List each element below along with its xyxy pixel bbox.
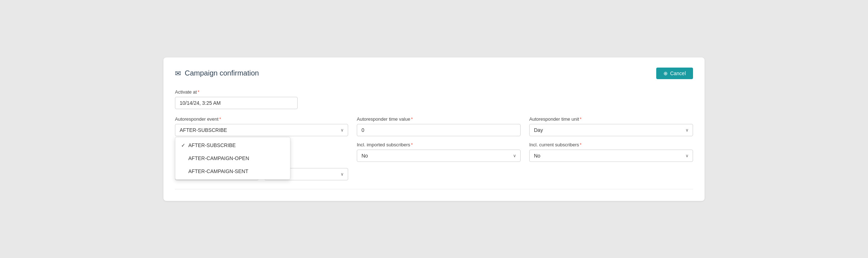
incl-current-select-wrapper: No Yes ∨ [529, 150, 693, 162]
dropdown-item-label-after-subscribe: AFTER-SUBSCRIBE [188, 142, 236, 148]
autoresponder-event-select-wrapper: AFTER-SUBSCRIBE AFTER-CAMPAIGN-OPEN AFTE… [175, 124, 348, 136]
incl-current-label: Incl. current subscribers* [529, 142, 693, 147]
incl-current-select[interactable]: No Yes [529, 150, 693, 162]
autoresponder-time-value-group: Autoresponder time value* [357, 116, 521, 136]
incl-current-group: Incl. current subscribers* No Yes ∨ [529, 142, 693, 162]
right-section: Autoresponder time unit* Day Hour Minute… [529, 116, 693, 162]
activate-at-row: Activate at* [175, 89, 693, 109]
activate-at-group: Activate at* [175, 89, 298, 109]
left-section: Autoresponder event* AFTER-SUBSCRIBE AFT… [175, 116, 348, 180]
envelope-icon: ✉ [175, 69, 181, 78]
autoresponder-time-unit-group: Autoresponder time unit* Day Hour Minute… [529, 116, 693, 136]
autoresponder-event-label: Autoresponder event* [175, 116, 348, 122]
check-icon: ✓ [181, 142, 185, 148]
divider [175, 189, 693, 189]
autoresponder-time-value-label: Autoresponder time value* [357, 116, 521, 122]
required-star-event: * [219, 116, 221, 122]
incl-imported-group: Incl. imported subscribers* No Yes ∨ [357, 142, 521, 162]
form-section: Activate at* Autoresponder event* AFTER-… [175, 89, 693, 180]
autoresponder-time-value-input[interactable] [357, 124, 521, 136]
autoresponder-time-unit-label: Autoresponder time unit* [529, 116, 693, 122]
dropdown-item-label-after-campaign-sent: AFTER-CAMPAIGN-SENT [188, 168, 248, 174]
incl-imported-select-wrapper: No Yes ∨ [357, 150, 521, 162]
dropdown-item-after-campaign-sent[interactable]: AFTER-CAMPAIGN-SENT [175, 165, 290, 178]
autoresponder-event-group: Autoresponder event* AFTER-SUBSCRIBE AFT… [175, 116, 348, 136]
no-check-icon-2 [181, 168, 185, 174]
card-header: ✉ Campaign confirmation ⊕ Cancel [175, 68, 693, 79]
page-title: ✉ Campaign confirmation [175, 69, 259, 78]
page-title-text: Campaign confirmation [185, 69, 259, 77]
time-unit-select-wrapper: Day Hour Minute Week ∨ [529, 124, 693, 136]
dropdown-item-after-subscribe[interactable]: ✓ AFTER-SUBSCRIBE [175, 139, 290, 152]
incl-imported-label: Incl. imported subscribers* [357, 142, 521, 147]
dropdown-item-after-campaign-open[interactable]: AFTER-CAMPAIGN-OPEN [175, 152, 290, 165]
campaign-confirmation-card: ✉ Campaign confirmation ⊕ Cancel Activat… [163, 57, 705, 201]
cancel-circle-icon: ⊕ [663, 70, 668, 76]
time-unit-select[interactable]: Day Hour Minute Week [529, 124, 693, 136]
autoresponder-row: Autoresponder event* AFTER-SUBSCRIBE AFT… [175, 116, 693, 180]
required-star-ii: * [411, 142, 413, 147]
required-star-tu: * [580, 116, 582, 122]
required-star-tv: * [411, 116, 413, 122]
activate-at-label: Activate at* [175, 89, 298, 95]
event-dropdown-overlay: ✓ AFTER-SUBSCRIBE AFTER-CAMPAIGN-OPEN AF… [175, 137, 290, 180]
incl-imported-select[interactable]: No Yes [357, 150, 521, 162]
middle-section: Autoresponder time value* Incl. imported… [357, 116, 521, 162]
cancel-button-label: Cancel [670, 70, 686, 76]
dropdown-item-label-after-campaign-open: AFTER-CAMPAIGN-OPEN [188, 155, 249, 161]
activate-at-input[interactable] [175, 97, 298, 109]
cancel-button[interactable]: ⊕ Cancel [656, 68, 693, 79]
no-check-icon-1 [181, 155, 185, 161]
autoresponder-event-select[interactable]: AFTER-SUBSCRIBE AFTER-CAMPAIGN-OPEN AFTE… [175, 124, 348, 136]
required-star-ic: * [580, 142, 582, 147]
required-star: * [198, 89, 200, 95]
